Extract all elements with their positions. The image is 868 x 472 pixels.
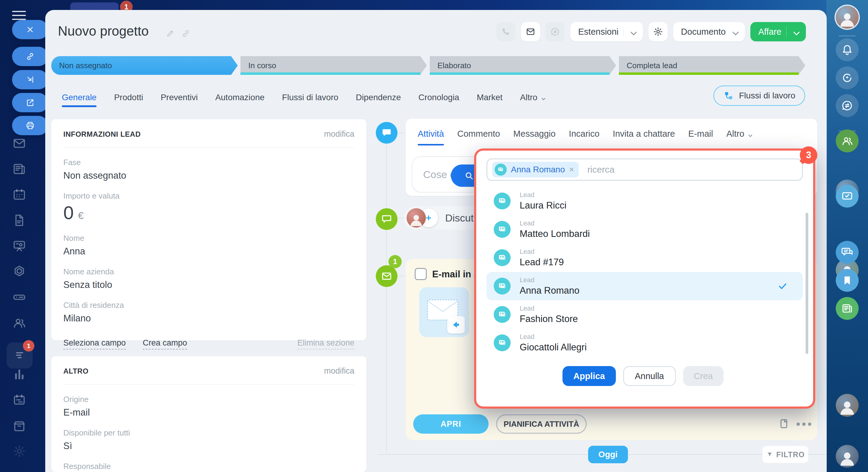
- sidebar-item-gear[interactable]: [12, 444, 27, 459]
- printer-button[interactable]: [12, 116, 48, 135]
- stage-segment[interactable]: In corso: [240, 56, 427, 75]
- workflow-button[interactable]: Flussi di lavoro: [713, 85, 805, 106]
- sidebar-avatar[interactable]: [836, 445, 859, 468]
- chat-transfer-icon[interactable]: [546, 22, 565, 41]
- lead-list-item[interactable]: Lead Fashion Store: [487, 300, 803, 329]
- external-button[interactable]: [12, 93, 48, 112]
- chevron-icon: [747, 133, 753, 139]
- tab-cronologia[interactable]: Cronologia: [418, 93, 459, 102]
- tab-generale[interactable]: Generale: [62, 93, 96, 102]
- selected-lead-chip: Anna Romano ×: [492, 162, 579, 177]
- sidebar-item-chart[interactable]: [12, 367, 27, 381]
- sidebar-people[interactable]: [836, 129, 859, 152]
- sidebar-item-people[interactable]: [12, 316, 27, 330]
- menu-icon[interactable]: [12, 11, 26, 20]
- sidebar-bell[interactable]: [836, 38, 859, 61]
- sidebar-item-tasks[interactable]: 1: [7, 343, 33, 368]
- lead-list-item[interactable]: Lead Lead #179: [487, 243, 803, 272]
- lead-icon: [494, 221, 510, 238]
- edit-link[interactable]: modifica: [324, 366, 354, 376]
- activity-tab-messaggio[interactable]: Messaggio: [513, 129, 556, 139]
- panel-title: INFORMAZIONI LEAD: [63, 130, 141, 139]
- lead-name: Lead #179: [520, 257, 564, 268]
- chevron-down-icon: [731, 28, 737, 35]
- activity-tab-commento[interactable]: Commento: [457, 129, 500, 139]
- sidebar-item-hexagon[interactable]: [12, 264, 27, 279]
- remove-chip-icon[interactable]: ×: [569, 165, 574, 174]
- messenger-icon: [841, 99, 854, 112]
- field-origine: OrigineE-mail: [63, 395, 354, 418]
- activity-tab-incarico[interactable]: Incarico: [569, 129, 599, 139]
- schedule-activity-button[interactable]: PIANIFICA ATTIVITÀ: [496, 414, 587, 434]
- filter-button[interactable]: FILTRO: [763, 446, 808, 463]
- sidebar-item-calendar[interactable]: [12, 187, 27, 202]
- copy-link-icon[interactable]: [181, 29, 191, 38]
- sidebar-item-drive[interactable]: [12, 290, 27, 304]
- create-field-link[interactable]: Crea campo: [143, 338, 187, 350]
- picker-search-box[interactable]: Anna Romano × ricerca: [487, 158, 803, 181]
- apply-button[interactable]: Applica: [562, 366, 616, 386]
- sidebar-item-planner[interactable]: [12, 393, 27, 407]
- sidebar-user-avatar[interactable]: [836, 6, 859, 29]
- field-value: Milano: [63, 313, 354, 324]
- activity-tab-attività[interactable]: Attività: [418, 129, 444, 139]
- tab-market[interactable]: Market: [477, 93, 503, 102]
- record-tabs: GeneraleProdottiPreventiviAutomazioneFlu…: [62, 88, 547, 107]
- sidebar-avatar[interactable]: [836, 394, 859, 417]
- tab-flussi-di-lavoro[interactable]: Flussi di lavoro: [282, 93, 338, 102]
- today-button[interactable]: Oggi: [588, 446, 628, 463]
- sidebar-monitor-check[interactable]: [836, 185, 859, 208]
- email-checkbox[interactable]: [415, 268, 427, 280]
- tab-automazione[interactable]: Automazione: [215, 93, 265, 102]
- select-field-link[interactable]: Seleziona campo: [63, 338, 126, 350]
- delete-section-link[interactable]: Elimina sezione: [298, 338, 354, 350]
- sidebar-item-feed[interactable]: [12, 162, 27, 176]
- tab-dipendenze[interactable]: Dipendenze: [356, 93, 401, 102]
- email-icon[interactable]: [521, 22, 540, 41]
- activity-tab-invita-a-chattare[interactable]: Invita a chattare: [613, 129, 675, 139]
- stage-label: Non assegnato: [59, 61, 112, 70]
- cancel-button[interactable]: Annulla: [623, 366, 676, 386]
- scrollbar[interactable]: [806, 213, 808, 354]
- stage-segment[interactable]: Completa lead: [619, 56, 805, 75]
- note-icon[interactable]: [777, 417, 790, 430]
- collapse-button[interactable]: [12, 70, 48, 89]
- sidebar-chat-lines[interactable]: [836, 241, 859, 264]
- sidebar-messenger[interactable]: [836, 94, 859, 117]
- lead-list-item[interactable]: Lead Giocattoli Allegri: [487, 329, 803, 357]
- edit-link[interactable]: modifica: [324, 129, 354, 139]
- close-button[interactable]: [12, 20, 48, 39]
- estensioni-button[interactable]: Estensioni: [570, 22, 643, 41]
- field-label: Importo e valuta: [63, 191, 354, 201]
- documento-button[interactable]: Documento: [673, 22, 745, 41]
- tab-altro[interactable]: Altro: [520, 93, 547, 102]
- edit-title-icon[interactable]: [166, 29, 176, 38]
- stage-segment[interactable]: Non assegnato: [51, 56, 238, 75]
- tab-preventivi[interactable]: Preventivi: [161, 93, 198, 102]
- pipeline-stage-bar: Non assegnatoIn corsoElaboratoCompleta l…: [51, 56, 805, 75]
- create-button[interactable]: Crea: [683, 366, 724, 386]
- activity-tab-altro[interactable]: Altro: [726, 129, 753, 139]
- sidebar-bookmark[interactable]: [836, 269, 859, 292]
- open-email-button[interactable]: APRI: [413, 414, 489, 434]
- sidebar-item-archive[interactable]: [12, 418, 27, 433]
- sidebar-item-video[interactable]: [12, 239, 27, 253]
- stage-segment[interactable]: Elaborato: [430, 56, 616, 75]
- gear-icon[interactable]: [648, 22, 668, 41]
- more-options-icon[interactable]: [797, 422, 811, 426]
- field-label: Nome: [63, 234, 354, 243]
- tab-prodotti[interactable]: Prodotti: [114, 93, 143, 102]
- lead-list-item[interactable]: Lead Laura Ricci: [487, 187, 803, 215]
- lead-list-item[interactable]: Lead Matteo Lombardi: [487, 215, 803, 243]
- affare-button[interactable]: Affare: [750, 22, 806, 41]
- lead-list-item[interactable]: Lead Anna Romano: [487, 272, 803, 300]
- email-count-badge: 1: [389, 255, 402, 268]
- link-button[interactable]: [12, 47, 48, 66]
- phone-icon[interactable]: [496, 22, 516, 41]
- sidebar-news[interactable]: [836, 297, 859, 320]
- sidebar-item-mail[interactable]: [12, 136, 27, 151]
- activity-tab-e-mail[interactable]: E-mail: [688, 129, 713, 139]
- reply-arrow-icon: [447, 316, 465, 333]
- sidebar-copilot[interactable]: [836, 66, 859, 89]
- sidebar-item-document[interactable]: [12, 213, 27, 228]
